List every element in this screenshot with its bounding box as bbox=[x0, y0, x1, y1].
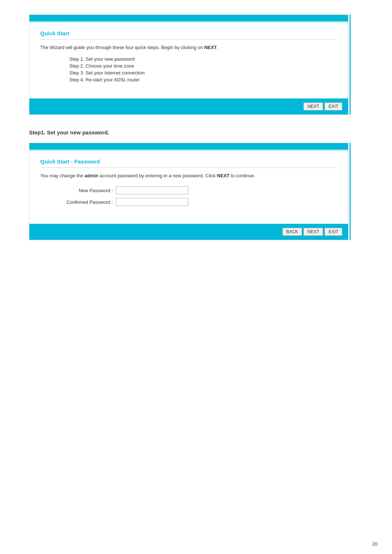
step-item-2: Step 2. Choose your time zone bbox=[69, 63, 337, 69]
panel2-right-border bbox=[350, 143, 351, 240]
panel2-desc-suffix: to continue. bbox=[229, 173, 255, 178]
step-item-1: Step 1. Set your new password bbox=[69, 56, 337, 62]
panel2-desc-prefix: You may change the bbox=[40, 173, 85, 178]
panel2-desc-middle: account password by entering in a new pa… bbox=[98, 173, 217, 178]
new-password-label: New Password : bbox=[62, 188, 113, 193]
panel1-description-bold: NEXT bbox=[204, 45, 217, 50]
step-item-4: Step 4. Re-start your ADSL router bbox=[69, 77, 337, 82]
confirmed-password-input[interactable] bbox=[116, 198, 188, 206]
panel1-next-button[interactable]: NEXT bbox=[303, 102, 323, 110]
panel2-back-button[interactable]: BACK bbox=[282, 228, 302, 236]
panel1-description: The Wizard will guide you through these … bbox=[40, 44, 337, 51]
panel1-body: Quick Start The Wizard will guide you th… bbox=[29, 23, 348, 98]
panel1-description-end: . bbox=[217, 45, 218, 50]
step1-heading-text: Set your new password. bbox=[45, 129, 109, 136]
panel2-exit-button[interactable]: EXIT bbox=[324, 228, 342, 236]
panel2-next-button[interactable]: NEXT bbox=[303, 228, 323, 236]
panel1-header bbox=[29, 15, 348, 21]
new-password-input[interactable] bbox=[116, 186, 188, 194]
page-number: 20 bbox=[372, 541, 377, 547]
step1-heading: Step1. Set your new password. bbox=[29, 129, 363, 136]
panel2-title: Quick Start - Password bbox=[40, 158, 337, 168]
panel2-desc-bold2: NEXT bbox=[217, 173, 230, 178]
quick-start-panel: Quick Start The Wizard will guide you th… bbox=[29, 15, 348, 115]
quick-start-password-panel: Quick Start - Password You may change th… bbox=[29, 143, 348, 240]
panel2-header bbox=[29, 143, 348, 150]
panel2-desc-bold: admin bbox=[85, 173, 98, 178]
quick-start-panel-wrapper: Quick Start The Wizard will guide you th… bbox=[29, 15, 348, 115]
panel1-title: Quick Start bbox=[40, 30, 337, 40]
confirmed-password-row: Confirmed Password : bbox=[40, 198, 337, 206]
step-item-3: Step 3. Set your Internet connection bbox=[69, 70, 337, 76]
panel2-description: You may change the admin account passwor… bbox=[40, 172, 337, 179]
new-password-row: New Password : bbox=[40, 186, 337, 194]
steps-list: Step 1. Set your new password Step 2. Ch… bbox=[40, 56, 337, 82]
panel1-description-text: The Wizard will guide you through these … bbox=[40, 45, 204, 50]
quick-start-password-panel-wrapper: Quick Start - Password You may change th… bbox=[29, 143, 348, 240]
confirmed-password-label: Confirmed Password : bbox=[62, 199, 113, 205]
panel1-right-border bbox=[350, 15, 351, 115]
panel2-footer: BACK NEXT EXIT bbox=[29, 224, 348, 240]
step1-heading-bold: Step1. bbox=[29, 129, 45, 136]
panel2-body: Quick Start - Password You may change th… bbox=[29, 151, 348, 224]
panel1-footer: NEXT EXIT bbox=[29, 98, 348, 114]
panel1-exit-button[interactable]: EXIT bbox=[324, 102, 342, 110]
